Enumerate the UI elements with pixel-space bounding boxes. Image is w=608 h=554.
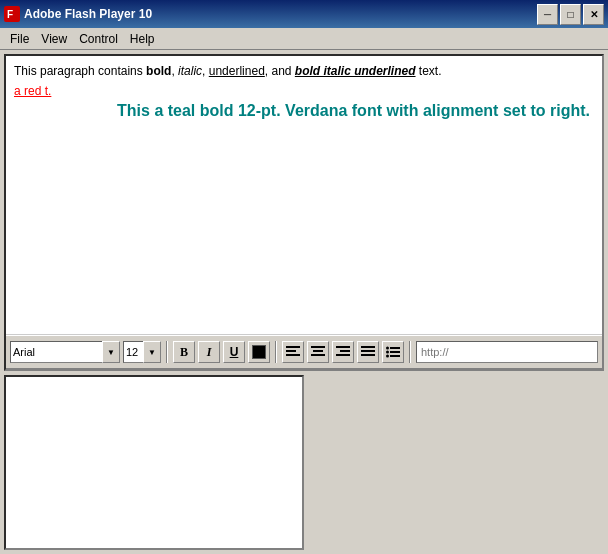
svg-rect-15 [390,347,400,349]
bold-text: bold [146,64,171,78]
align-right-icon [336,346,350,358]
font-select-wrapper: Arial Verdana Times New Roman ▼ [10,341,120,363]
main-window: This paragraph contains bold, italic, un… [0,50,608,554]
window-controls: ─ □ ✕ [537,4,604,25]
svg-rect-17 [390,351,400,353]
maximize-button[interactable]: □ [560,4,581,25]
title-bar-left: F Adobe Flash Player 10 [4,6,152,22]
menu-help[interactable]: Help [124,30,161,48]
svg-rect-5 [311,346,325,348]
svg-rect-19 [390,355,400,357]
formatting-toolbar: Arial Verdana Times New Roman ▼ 8 10 12 … [6,335,602,369]
svg-point-16 [386,351,389,354]
justify-icon [361,346,375,358]
align-center-icon [311,346,325,358]
size-select[interactable]: 8 10 12 14 18 24 [123,341,161,363]
minimize-button[interactable]: ─ [537,4,558,25]
menu-control[interactable]: Control [73,30,124,48]
separator-2 [275,341,277,363]
url-input[interactable] [416,341,598,363]
teal-text-line: This a teal bold 12-pt. Verdana font wit… [14,102,594,120]
svg-rect-2 [286,346,300,348]
italic-button[interactable]: I [198,341,220,363]
list-button[interactable] [382,341,404,363]
svg-rect-11 [361,346,375,348]
svg-point-18 [386,355,389,358]
svg-rect-6 [313,350,323,352]
svg-rect-3 [286,350,296,352]
flash-container: This paragraph contains bold, italic, un… [4,54,604,371]
svg-rect-10 [336,354,350,356]
list-icon [386,346,400,358]
justify-button[interactable] [357,341,379,363]
italic-text: italic [178,64,202,78]
svg-text:F: F [7,9,13,20]
bold-button[interactable]: B [173,341,195,363]
title-bar: F Adobe Flash Player 10 ─ □ ✕ [0,0,608,28]
paragraph-prefix: This paragraph contains [14,64,146,78]
bottom-right-panel [308,375,604,550]
underline-button[interactable]: U [223,341,245,363]
size-select-wrapper: 8 10 12 14 18 24 ▼ [123,341,161,363]
align-left-button[interactable] [282,341,304,363]
separator-1 [166,341,168,363]
svg-rect-4 [286,354,300,356]
color-button[interactable] [248,341,270,363]
red-link[interactable]: a red t. [14,84,51,98]
svg-point-14 [386,347,389,350]
separator-3 [409,341,411,363]
menu-bar: File View Control Help [0,28,608,50]
svg-rect-12 [361,350,375,352]
close-button[interactable]: ✕ [583,4,604,25]
bold-italic-underline-text: bold italic underlined [295,64,416,78]
red-link-line: a red t. [14,84,594,98]
flash-icon: F [4,6,20,22]
teal-text: This a teal bold 12-pt. Verdana font wit… [14,102,594,120]
paragraph-line: This paragraph contains bold, italic, un… [14,64,594,78]
svg-rect-8 [336,346,350,348]
svg-rect-7 [311,354,325,356]
font-select[interactable]: Arial Verdana Times New Roman [10,341,120,363]
menu-view[interactable]: View [35,30,73,48]
app-title: Adobe Flash Player 10 [24,7,152,21]
align-center-button[interactable] [307,341,329,363]
text-display-area: This paragraph contains bold, italic, un… [6,56,602,335]
underline-text: underlined [209,64,265,78]
align-left-icon [286,346,300,358]
svg-rect-13 [361,354,375,356]
menu-file[interactable]: File [4,30,35,48]
align-right-button[interactable] [332,341,354,363]
svg-rect-9 [340,350,350,352]
bottom-area [4,375,604,550]
color-swatch [252,345,266,359]
bottom-left-panel [4,375,304,550]
